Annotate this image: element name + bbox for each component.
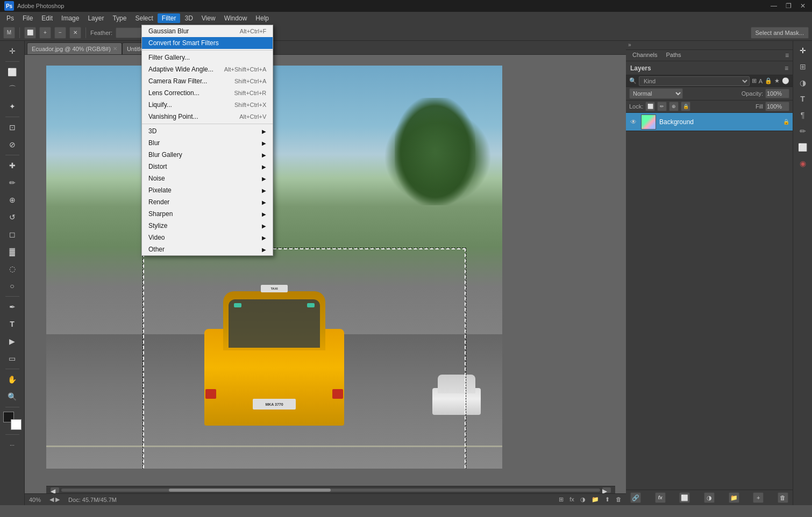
close-button[interactable]: ✕: [798, 2, 808, 10]
menu-select[interactable]: Select: [131, 13, 157, 23]
tool-pen[interactable]: ✒: [4, 299, 20, 315]
navigation-arrows[interactable]: ◀ ▶: [49, 496, 60, 503]
tool-magic-wand[interactable]: ✦: [4, 98, 20, 114]
brush-settings-btn[interactable]: ✏: [795, 124, 810, 139]
lock-position-btn[interactable]: ✏: [657, 102, 667, 111]
menu-vanishing-point[interactable]: Vanishing Point... Alt+Ctrl+V: [142, 111, 273, 123]
tool-eraser[interactable]: ◻: [4, 226, 20, 242]
adjustments-btn[interactable]: ◑: [795, 75, 810, 90]
tool-gradient[interactable]: ▓: [4, 243, 20, 260]
status-icon2[interactable]: fx: [569, 496, 574, 502]
menu-render[interactable]: Render ▶: [142, 196, 273, 208]
panels-collapse-btn[interactable]: »: [628, 42, 635, 48]
menu-video[interactable]: Video ▶: [142, 232, 273, 243]
filter-icon3[interactable]: 🔒: [765, 77, 772, 84]
menu-3d[interactable]: 3D ▶: [142, 125, 273, 137]
status-icon3[interactable]: ◑: [580, 496, 586, 502]
tab-close[interactable]: ✕: [113, 46, 117, 52]
menu-ps[interactable]: Ps: [2, 13, 18, 23]
status-icon1[interactable]: ⊞: [559, 496, 564, 502]
tool-shape[interactable]: ▭: [4, 350, 20, 367]
layer-item-background[interactable]: 👁 Background 🔒: [626, 113, 793, 131]
type-btn[interactable]: T: [795, 91, 810, 106]
tool-text[interactable]: T: [4, 316, 20, 332]
layer-adjustment-btn[interactable]: ◑: [704, 492, 715, 503]
restore-button[interactable]: ❐: [783, 2, 794, 10]
menu-window[interactable]: Window: [220, 13, 252, 23]
menu-type[interactable]: Type: [108, 13, 131, 23]
color-btn[interactable]: ◉: [795, 156, 810, 171]
menu-3d[interactable]: 3D: [180, 13, 197, 23]
menu-other[interactable]: Other ▶: [142, 243, 273, 255]
layer-group-btn[interactable]: 📁: [729, 492, 739, 503]
filter-icon1[interactable]: ⊞: [752, 77, 757, 84]
new-selection-btn[interactable]: ⬜: [24, 27, 36, 39]
tools-btn[interactable]: ✛: [795, 43, 810, 58]
filter-icon4[interactable]: ★: [774, 77, 780, 84]
status-icon5[interactable]: ⬆: [605, 496, 610, 502]
menu-edit[interactable]: Edit: [37, 13, 57, 23]
layer-fx-btn[interactable]: fx: [655, 492, 666, 503]
subtract-selection-btn[interactable]: −: [54, 27, 66, 39]
menu-lens-correction[interactable]: Lens Correction... Shift+Ctrl+R: [142, 87, 273, 99]
menu-image[interactable]: Image: [57, 13, 83, 23]
fill-input[interactable]: [765, 102, 789, 111]
tool-healing[interactable]: ✚: [4, 157, 20, 174]
layer-delete-btn[interactable]: 🗑: [778, 492, 788, 503]
add-selection-btn[interactable]: +: [39, 27, 51, 39]
menu-pixelate[interactable]: Pixelate ▶: [142, 184, 273, 196]
tool-stamp[interactable]: ⊕: [4, 192, 20, 208]
tool-move[interactable]: ✛: [4, 43, 20, 59]
tool-selection-rect[interactable]: ⬜: [4, 64, 20, 80]
tool-history-brush[interactable]: ↺: [4, 209, 20, 225]
filter-toggle[interactable]: ⚪: [782, 77, 789, 84]
menu-adaptive-wide-angle[interactable]: Adaptive Wide Angle... Alt+Shift+Ctrl+A: [142, 63, 273, 75]
lock-all-btn[interactable]: 🔒: [681, 102, 690, 111]
horizontal-scrollbar[interactable]: ◀ ▶: [46, 486, 615, 493]
menu-stylize[interactable]: Stylize ▶: [142, 220, 273, 232]
menu-sharpen[interactable]: Sharpen ▶: [142, 208, 273, 220]
menu-convert-smart-filters[interactable]: Convert for Smart Filters: [142, 37, 273, 49]
menu-blur-gallery[interactable]: Blur Gallery ▶: [142, 149, 273, 161]
menu-file[interactable]: File: [18, 13, 37, 23]
tool-blur[interactable]: ◌: [4, 261, 20, 277]
layers-menu-btn[interactable]: ≡: [785, 64, 788, 72]
status-icon4[interactable]: 📁: [592, 496, 599, 502]
select-mask-button[interactable]: Select and Mask...: [751, 27, 809, 39]
minimize-button[interactable]: —: [768, 2, 779, 10]
menu-filter[interactable]: Filter: [158, 13, 181, 23]
tool-brush[interactable]: ✏: [4, 175, 20, 191]
tool-dodge[interactable]: ○: [4, 278, 20, 294]
filter-icon2[interactable]: A: [759, 78, 763, 84]
paths-tab[interactable]: Paths: [661, 50, 685, 61]
menu-blur[interactable]: Blur ▶: [142, 137, 273, 149]
layer-link-btn[interactable]: 🔗: [630, 492, 641, 503]
intersect-selection-btn[interactable]: ✕: [69, 27, 81, 39]
background-color[interactable]: [11, 419, 22, 430]
menu-noise[interactable]: Noise ▶: [142, 173, 273, 184]
menu-layer[interactable]: Layer: [83, 13, 108, 23]
lock-pixels-btn[interactable]: ⬜: [645, 102, 655, 111]
menu-gaussian-blur[interactable]: Gaussian Blur Alt+Ctrl+F: [142, 25, 273, 37]
swatches-btn[interactable]: ⬜: [795, 140, 810, 155]
blend-mode-select[interactable]: Normal Multiply Screen Overlay: [629, 88, 683, 99]
tab-ecuador[interactable]: Ecuador.jpg @ 40% (RGB/8#) ✕: [27, 42, 122, 54]
menu-help[interactable]: Help: [251, 13, 273, 23]
menu-filter-gallery[interactable]: Filter Gallery...: [142, 52, 273, 63]
menu-distort[interactable]: Distort ▶: [142, 161, 273, 173]
window-controls[interactable]: — ❐ ✕: [768, 2, 808, 10]
tool-path-select[interactable]: ▶: [4, 333, 20, 349]
menu-camera-raw-filter[interactable]: Camera Raw Filter... Shift+Ctrl+A: [142, 75, 273, 87]
layer-new-btn[interactable]: +: [753, 492, 764, 503]
layer-kind-select[interactable]: Kind: [639, 76, 750, 86]
tool-preset-btn[interactable]: M: [3, 27, 15, 39]
layer-visibility-toggle[interactable]: 👁: [629, 118, 638, 126]
panel-menu-btn[interactable]: ≡: [783, 50, 790, 61]
tool-crop[interactable]: ⊡: [4, 119, 20, 135]
tool-eyedropper[interactable]: ⊘: [4, 137, 20, 153]
menu-view[interactable]: View: [197, 13, 220, 23]
feather-input[interactable]: [116, 27, 143, 38]
tool-zoom[interactable]: 🔍: [4, 389, 20, 405]
lock-artboard-btn[interactable]: ⊕: [669, 102, 679, 111]
paragraph-btn[interactable]: ¶: [795, 107, 810, 123]
